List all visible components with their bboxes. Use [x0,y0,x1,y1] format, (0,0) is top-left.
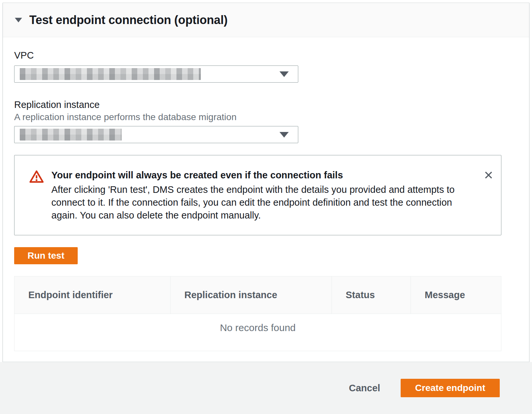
table-empty-state: No records found [14,314,501,351]
create-endpoint-button[interactable]: Create endpoint [401,379,500,397]
warning-triangle-icon [29,169,44,186]
replication-instance-field-group: Replication instance A replication insta… [14,99,518,143]
section-content: VPC Replication instance A replication i… [3,50,529,351]
warning-text: Your endpoint will always be created eve… [51,168,479,222]
form-actions-footer: Cancel Create endpoint [0,362,532,414]
run-test-button[interactable]: Run test [14,247,78,264]
warning-body: After clicking 'Run test', DMS creates t… [51,183,479,222]
close-icon[interactable] [482,168,495,182]
replication-instance-redacted-value [20,129,122,141]
page: Test endpoint connection (optional) VPC … [0,0,532,414]
vpc-field-group: VPC [14,50,518,83]
warning-alert: Your endpoint will always be created eve… [14,155,501,235]
test-endpoint-connection-card: Test endpoint connection (optional) VPC … [3,3,529,362]
caret-down-icon [15,18,22,22]
replication-instance-description: A replication instance performs the data… [14,112,518,123]
replication-instance-label: Replication instance [14,99,518,110]
replication-instance-select[interactable] [14,126,298,143]
caret-down-icon [279,71,289,77]
column-header-endpoint-identifier: Endpoint identifier [14,276,170,314]
test-results-table: Endpoint identifier Replication instance… [14,276,501,351]
caret-down-icon [279,132,289,138]
section-title: Test endpoint connection (optional) [29,13,227,27]
vpc-label: VPC [14,50,518,61]
cancel-button[interactable]: Cancel [349,383,380,394]
vpc-redacted-value [20,68,201,80]
column-header-status: Status [332,276,411,314]
warning-title: Your endpoint will always be created eve… [51,168,479,182]
column-header-message: Message [411,276,501,314]
column-header-replication-instance: Replication instance [170,276,332,314]
vpc-select[interactable] [14,65,298,83]
table-header-row: Endpoint identifier Replication instance… [14,276,501,314]
section-header-expander[interactable]: Test endpoint connection (optional) [3,3,529,37]
